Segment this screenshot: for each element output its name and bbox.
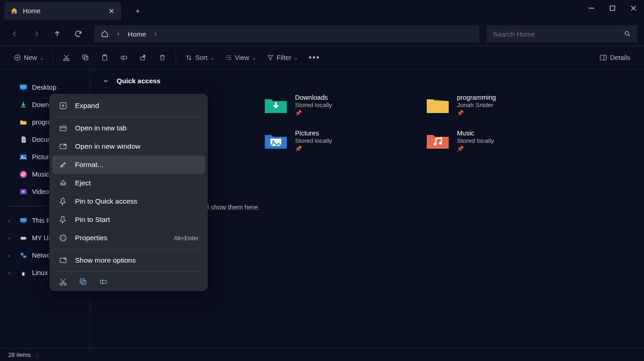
ctx-format-[interactable]: Format... — [52, 156, 205, 174]
tab-icon — [59, 124, 68, 133]
pinned-icon: 📌 — [295, 145, 332, 152]
close-tab-icon[interactable]: ✕ — [107, 6, 116, 16]
new-button[interactable]: New⌄ — [9, 49, 48, 66]
quick-access-item[interactable]: Downloads Stored locally 📌 — [264, 91, 425, 122]
home-icon — [101, 30, 109, 38]
ctx-properties[interactable]: Properties Alt+Enter — [52, 229, 205, 247]
svg-point-2 — [625, 32, 629, 35]
search-input[interactable] — [493, 30, 624, 38]
tab-title: Home — [23, 7, 41, 15]
sort-label: Sort — [195, 54, 208, 61]
eject-icon — [59, 178, 68, 188]
item-name: Downloads — [295, 94, 332, 101]
music-big — [426, 130, 450, 150]
svg-rect-14 — [22, 90, 25, 91]
svg-rect-25 — [21, 253, 23, 255]
more-button[interactable]: ••• — [304, 49, 325, 66]
svg-rect-36 — [60, 126, 66, 131]
chevron-right-icon: › — [117, 30, 119, 38]
ctx-label: Expand — [75, 102, 99, 110]
cut-icon[interactable] — [59, 277, 68, 286]
tab-home[interactable]: Home ✕ — [5, 2, 121, 20]
svg-rect-6 — [84, 56, 88, 60]
ctx-pin-to-quick-access[interactable]: Pin to Quick access — [52, 192, 205, 210]
quick-access-item[interactable]: Music Stored locally 📌 — [426, 127, 587, 158]
svg-rect-7 — [83, 55, 86, 59]
cut-button[interactable] — [58, 49, 75, 66]
tab-bar: Home ✕ ＋ — [0, 0, 644, 22]
maximize-button[interactable] — [602, 0, 623, 16]
shortcut: Alt+Enter — [174, 235, 199, 242]
search-icon[interactable] — [624, 30, 631, 38]
delete-button[interactable] — [154, 49, 171, 66]
svg-point-28 — [22, 273, 24, 275]
folder-icon — [19, 118, 27, 126]
item-name: Music — [457, 129, 494, 137]
svg-point-33 — [434, 143, 436, 145]
more-icon — [59, 256, 68, 265]
svg-point-16 — [21, 156, 23, 157]
chevron-right-icon[interactable]: › — [8, 270, 15, 275]
desktop-icon — [19, 83, 27, 92]
download-big — [264, 95, 288, 114]
rename-icon[interactable] — [99, 277, 108, 286]
toolbar: New⌄ Sort⌄ View⌄ Filter⌄ ••• Details — [0, 46, 644, 70]
pc-icon — [19, 216, 27, 225]
chevron-down-icon: ⌄ — [210, 55, 214, 60]
ctx-pin-to-start[interactable]: Pin to Start — [52, 210, 205, 229]
quick-access-item[interactable]: Pictures Stored locally 📌 — [264, 127, 425, 158]
up-button[interactable] — [48, 25, 66, 43]
breadcrumb[interactable]: › Home › — [94, 25, 479, 43]
item-count: 28 items — [8, 351, 31, 358]
close-window-button[interactable] — [623, 0, 644, 16]
ctx-label: Pin to Quick access — [75, 197, 137, 205]
ctx-eject[interactable]: Eject — [52, 174, 205, 192]
chevron-right-icon[interactable]: › — [8, 235, 15, 241]
folder-big — [426, 95, 450, 114]
rename-button[interactable] — [115, 49, 133, 66]
pinned-icon: 📌 — [457, 145, 494, 152]
ctx-label: Pin to Start — [75, 216, 110, 224]
ctx-show-more-options[interactable]: Show more options — [52, 251, 205, 269]
back-button[interactable] — [6, 25, 24, 43]
item-location: Jonah Snider — [457, 102, 496, 108]
svg-rect-45 — [100, 280, 106, 284]
details-label: Details — [610, 54, 630, 61]
quick-access-item[interactable]: programming Jonah Snider 📌 — [426, 91, 587, 122]
minimize-button[interactable] — [581, 0, 602, 16]
view-label: View — [235, 54, 249, 61]
svg-rect-21 — [20, 218, 27, 222]
music-icon — [19, 170, 27, 178]
new-tab-button[interactable]: ＋ — [129, 3, 146, 19]
paste-button[interactable] — [96, 49, 113, 66]
filter-button[interactable]: Filter⌄ — [262, 49, 302, 66]
status-bar: 28 items | — [0, 348, 644, 361]
view-button[interactable]: View⌄ — [220, 49, 260, 66]
search-box[interactable] — [487, 25, 638, 43]
sort-button[interactable]: Sort⌄ — [181, 49, 219, 66]
svg-point-19 — [23, 174, 25, 175]
svg-point-18 — [21, 175, 23, 176]
chevron-right-icon[interactable]: › — [8, 253, 15, 258]
ctx-open-in-new-window[interactable]: Open in new window — [52, 137, 205, 156]
ctx-expand[interactable]: Expand — [52, 97, 205, 115]
section-header[interactable]: Quick access — [102, 77, 632, 85]
refresh-button[interactable] — [70, 25, 87, 43]
share-button[interactable] — [134, 49, 152, 66]
copy-icon[interactable] — [79, 277, 88, 286]
pinned-icon: 📌 — [457, 110, 496, 116]
doc-icon — [19, 135, 27, 144]
svg-point-29 — [22, 272, 23, 273]
svg-point-39 — [60, 235, 66, 241]
chevron-right-icon[interactable]: › — [8, 218, 15, 223]
sidebar-item-label: Desktop — [32, 84, 56, 91]
copy-button[interactable] — [77, 49, 94, 66]
forward-button[interactable] — [27, 25, 45, 43]
ctx-open-in-new-tab[interactable]: Open in new tab — [52, 119, 205, 137]
details-button[interactable]: Details — [595, 49, 635, 66]
expand-icon — [59, 101, 68, 110]
ctx-label: Open in new window — [75, 142, 140, 151]
pin-icon — [59, 197, 68, 206]
download-icon — [19, 101, 27, 109]
ctx-label: Eject — [75, 179, 91, 187]
